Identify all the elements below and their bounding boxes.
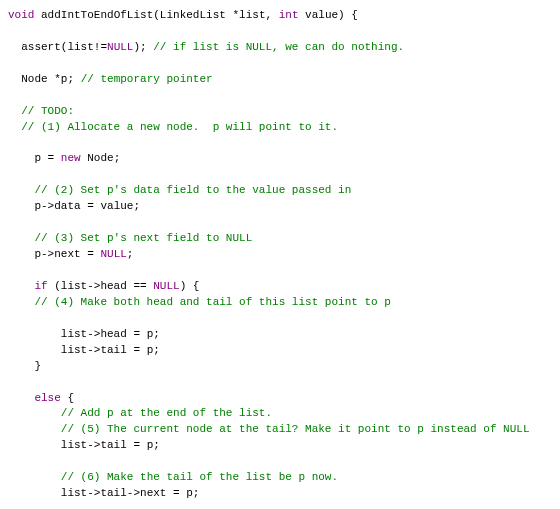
expr-lhs: list->head: [61, 328, 127, 340]
keyword-null: NULL: [107, 41, 133, 53]
star: *: [48, 73, 61, 85]
id-list: list: [67, 41, 93, 53]
comment: // if list is NULL, we can do nothing.: [147, 41, 404, 53]
op-eq: =: [81, 248, 101, 260]
indent: [8, 232, 34, 244]
indent: [8, 328, 61, 340]
paren-open: (: [153, 9, 160, 21]
param-list: list: [239, 9, 265, 21]
op-eq: =: [81, 200, 101, 212]
expr-lhs: p->next: [34, 248, 80, 260]
comment: // (3) Set p's next field to NULL: [34, 232, 252, 244]
semi: ;: [153, 439, 160, 451]
indent: [8, 41, 21, 53]
paren-close: ): [338, 9, 345, 21]
paren-brace: ) {: [180, 280, 200, 292]
indent: [8, 407, 61, 419]
indent: [8, 248, 34, 260]
type-linkedlist: LinkedList: [160, 9, 226, 21]
comma: ,: [265, 9, 278, 21]
expr-rhs: p: [186, 487, 193, 499]
indent: [8, 73, 21, 85]
keyword-null: NULL: [153, 280, 179, 292]
brace-open: {: [345, 9, 358, 21]
comment: // (4) Make both head and tail of this l…: [34, 296, 390, 308]
comment: // (1) Allocate a new node. p will point…: [21, 121, 338, 133]
expr-lhs: p->data: [34, 200, 80, 212]
paren-close: );: [133, 41, 146, 53]
param-value: value: [299, 9, 339, 21]
indent: [8, 121, 21, 133]
keyword-int: int: [279, 9, 299, 21]
indent: [8, 280, 34, 292]
indent: [8, 423, 61, 435]
type-node: Node: [87, 152, 113, 164]
fn-assert: assert: [21, 41, 61, 53]
keyword-void: void: [8, 9, 34, 21]
keyword-if: if: [34, 280, 47, 292]
op-eq: =: [166, 487, 186, 499]
indent: [8, 105, 21, 117]
comment: // temporary pointer: [74, 73, 213, 85]
indent: [8, 360, 34, 372]
expr-lhs: list->tail: [61, 439, 127, 451]
semi: ;: [193, 487, 200, 499]
indent: [8, 200, 34, 212]
semi: ;: [133, 200, 140, 212]
function-name: addIntToEndOfList: [41, 9, 153, 21]
keyword-new: new: [61, 152, 81, 164]
op-eq: =: [41, 152, 61, 164]
indent: [8, 344, 61, 356]
semi: ;: [153, 328, 160, 340]
semi: ;: [127, 248, 134, 260]
expr-lhs: list->tail: [61, 344, 127, 356]
brace-close: }: [34, 360, 41, 372]
keyword-null: NULL: [100, 248, 126, 260]
cond-lhs: list->head: [61, 280, 127, 292]
keyword-else: else: [34, 392, 60, 404]
op-eqeq: ==: [127, 280, 153, 292]
semi: ;: [114, 152, 121, 164]
comment: // (2) Set p's data field to the value p…: [34, 184, 351, 196]
expr-rhs: value: [100, 200, 133, 212]
code-block: void addIntToEndOfList(LinkedList *list,…: [8, 8, 552, 509]
op-eq: =: [127, 344, 147, 356]
indent: [8, 152, 34, 164]
indent: [8, 439, 61, 451]
op-eq: =: [127, 328, 147, 340]
type-node: Node: [21, 73, 47, 85]
expr-lhs: list->tail->next: [61, 487, 167, 499]
indent: [8, 392, 34, 404]
semi: ;: [153, 344, 160, 356]
indent: [8, 471, 61, 483]
brace-open: {: [61, 392, 74, 404]
indent: [8, 487, 61, 499]
indent: [8, 184, 34, 196]
indent: [8, 296, 34, 308]
op-eq: =: [127, 439, 147, 451]
comment: // (6) Make the tail of the list be p no…: [61, 471, 338, 483]
comment: // Add p at the end of the list.: [61, 407, 272, 419]
comment: // TODO:: [21, 105, 74, 117]
paren-open: (: [48, 280, 61, 292]
op-neq: !=: [94, 41, 107, 53]
comment: // (5) The current node at the tail? Mak…: [61, 423, 530, 435]
